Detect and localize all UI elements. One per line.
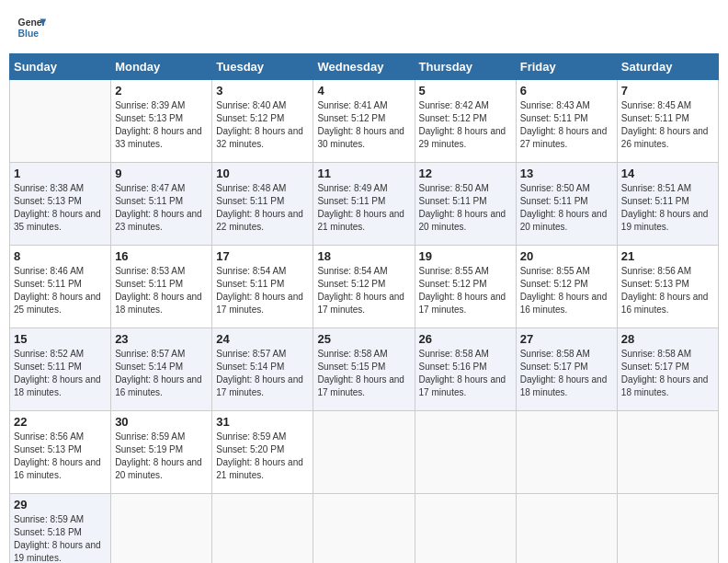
calendar-day-22: 22 Sunrise: 8:56 AM Sunset: 5:13 PM Dayl… [10,411,111,494]
day-number: 26 [419,332,512,346]
empty-cell [212,494,313,564]
day-info: Sunrise: 8:55 AM Sunset: 5:12 PM Dayligh… [520,265,613,316]
day-number: 5 [419,84,512,98]
day-info: Sunrise: 8:58 AM Sunset: 5:15 PM Dayligh… [317,348,410,399]
day-number: 2 [115,84,208,98]
calendar-day-29: 29 Sunrise: 8:59 AM Sunset: 5:18 PM Dayl… [10,494,111,564]
day-info: Sunrise: 8:40 AM Sunset: 5:12 PM Dayligh… [216,99,309,151]
calendar-day-21: 21 Sunrise: 8:56 AM Sunset: 5:13 PM Dayl… [617,246,718,328]
calendar-day-24: 24 Sunrise: 8:57 AM Sunset: 5:14 PM Dayl… [212,328,313,411]
calendar-week-row: 22 Sunrise: 8:56 AM Sunset: 5:13 PM Dayl… [10,411,719,494]
day-number: 11 [317,167,410,180]
empty-cell [617,494,718,564]
day-info: Sunrise: 8:56 AM Sunset: 5:13 PM Dayligh… [621,265,714,316]
day-number: 3 [216,84,309,98]
day-number: 16 [115,249,208,263]
day-info: Sunrise: 8:46 AM Sunset: 5:11 PM Dayligh… [14,265,107,316]
logo-icon: General Blue [17,13,46,42]
calendar-week-row: 2 Sunrise: 8:39 AM Sunset: 5:13 PM Dayli… [10,80,719,163]
logo: General Blue [17,13,50,42]
empty-cell [516,411,617,494]
calendar-day-19: 19 Sunrise: 8:55 AM Sunset: 5:12 PM Dayl… [415,246,516,328]
calendar-day-1: 1 Sunrise: 8:38 AM Sunset: 5:13 PM Dayli… [10,163,111,246]
calendar-day-7: 7 Sunrise: 8:45 AM Sunset: 5:11 PM Dayli… [617,80,718,163]
empty-cell [111,494,212,564]
day-info: Sunrise: 8:39 AM Sunset: 5:13 PM Dayligh… [115,99,208,151]
day-info: Sunrise: 8:55 AM Sunset: 5:12 PM Dayligh… [419,265,512,316]
day-header-saturday: Saturday [617,54,718,80]
day-info: Sunrise: 8:50 AM Sunset: 5:11 PM Dayligh… [419,182,512,234]
day-number: 8 [14,249,107,263]
day-header-monday: Monday [111,54,212,80]
day-info: Sunrise: 8:51 AM Sunset: 5:11 PM Dayligh… [621,182,714,234]
calendar-week-row: 8 Sunrise: 8:46 AM Sunset: 5:11 PM Dayli… [10,246,719,328]
day-number: 20 [520,249,613,263]
calendar-body: 2 Sunrise: 8:39 AM Sunset: 5:13 PM Dayli… [10,80,719,564]
day-header-sunday: Sunday [10,54,111,80]
calendar-day-27: 27 Sunrise: 8:58 AM Sunset: 5:17 PM Dayl… [516,328,617,411]
calendar-day-26: 26 Sunrise: 8:58 AM Sunset: 5:16 PM Dayl… [415,328,516,411]
day-info: Sunrise: 8:53 AM Sunset: 5:11 PM Dayligh… [115,265,208,316]
calendar-day-4: 4 Sunrise: 8:41 AM Sunset: 5:12 PM Dayli… [313,80,415,163]
svg-text:Blue: Blue [18,29,40,39]
day-info: Sunrise: 8:56 AM Sunset: 5:13 PM Dayligh… [14,431,107,482]
day-header-friday: Friday [516,54,617,80]
empty-cell [313,494,415,564]
day-number: 1 [14,167,107,180]
calendar-day-9: 9 Sunrise: 8:47 AM Sunset: 5:11 PM Dayli… [111,163,212,246]
day-info: Sunrise: 8:58 AM Sunset: 5:17 PM Dayligh… [520,348,613,399]
calendar-day-13: 13 Sunrise: 8:50 AM Sunset: 5:11 PM Dayl… [516,163,617,246]
calendar-week-row: 1 Sunrise: 8:38 AM Sunset: 5:13 PM Dayli… [10,163,719,246]
day-number: 10 [216,167,309,180]
calendar-week-row: 29 Sunrise: 8:59 AM Sunset: 5:18 PM Dayl… [10,494,719,564]
day-number: 23 [115,332,208,346]
day-info: Sunrise: 8:38 AM Sunset: 5:13 PM Dayligh… [14,182,107,234]
day-info: Sunrise: 8:54 AM Sunset: 5:12 PM Dayligh… [317,265,410,316]
calendar-day-30: 30 Sunrise: 8:59 AM Sunset: 5:19 PM Dayl… [111,411,212,494]
day-info: Sunrise: 8:58 AM Sunset: 5:17 PM Dayligh… [621,348,714,399]
empty-cell [10,80,111,163]
calendar-day-2: 2 Sunrise: 8:39 AM Sunset: 5:13 PM Dayli… [111,80,212,163]
day-info: Sunrise: 8:50 AM Sunset: 5:11 PM Dayligh… [520,182,613,234]
calendar-table: SundayMondayTuesdayWednesdayThursdayFrid… [9,53,719,563]
calendar-day-15: 15 Sunrise: 8:52 AM Sunset: 5:11 PM Dayl… [10,328,111,411]
calendar-day-31: 31 Sunrise: 8:59 AM Sunset: 5:20 PM Dayl… [212,411,313,494]
day-number: 28 [621,332,714,346]
day-number: 12 [419,167,512,180]
day-number: 24 [216,332,309,346]
empty-cell [415,494,516,564]
calendar-week-row: 15 Sunrise: 8:52 AM Sunset: 5:11 PM Dayl… [10,328,719,411]
calendar-day-17: 17 Sunrise: 8:54 AM Sunset: 5:11 PM Dayl… [212,246,313,328]
day-number: 14 [621,167,714,180]
day-number: 31 [216,415,309,429]
day-number: 19 [419,249,512,263]
calendar-day-8: 8 Sunrise: 8:46 AM Sunset: 5:11 PM Dayli… [10,246,111,328]
day-info: Sunrise: 8:41 AM Sunset: 5:12 PM Dayligh… [317,99,410,151]
empty-cell [313,411,415,494]
day-header-wednesday: Wednesday [313,54,415,80]
day-number: 27 [520,332,613,346]
day-info: Sunrise: 8:59 AM Sunset: 5:18 PM Dayligh… [14,513,107,563]
day-info: Sunrise: 8:57 AM Sunset: 5:14 PM Dayligh… [216,348,309,399]
day-number: 25 [317,332,410,346]
empty-cell [415,411,516,494]
calendar-day-10: 10 Sunrise: 8:48 AM Sunset: 5:11 PM Dayl… [212,163,313,246]
page-header: General Blue [9,9,719,46]
day-number: 22 [14,415,107,429]
calendar-day-6: 6 Sunrise: 8:43 AM Sunset: 5:11 PM Dayli… [516,80,617,163]
day-number: 9 [115,167,208,180]
calendar-day-18: 18 Sunrise: 8:54 AM Sunset: 5:12 PM Dayl… [313,246,415,328]
day-header-thursday: Thursday [415,54,516,80]
calendar-day-5: 5 Sunrise: 8:42 AM Sunset: 5:12 PM Dayli… [415,80,516,163]
day-number: 6 [520,84,613,98]
day-number: 15 [14,332,107,346]
day-info: Sunrise: 8:43 AM Sunset: 5:11 PM Dayligh… [520,99,613,151]
day-info: Sunrise: 8:59 AM Sunset: 5:19 PM Dayligh… [115,431,208,482]
day-info: Sunrise: 8:45 AM Sunset: 5:11 PM Dayligh… [621,99,714,151]
day-number: 7 [621,84,714,98]
calendar-day-25: 25 Sunrise: 8:58 AM Sunset: 5:15 PM Dayl… [313,328,415,411]
day-header-tuesday: Tuesday [212,54,313,80]
day-info: Sunrise: 8:47 AM Sunset: 5:11 PM Dayligh… [115,182,208,234]
day-number: 13 [520,167,613,180]
day-number: 18 [317,249,410,263]
